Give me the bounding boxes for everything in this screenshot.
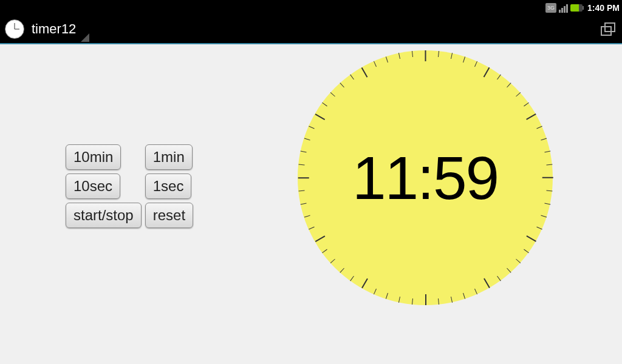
clock-tick	[451, 53, 453, 59]
clock-tick	[304, 138, 310, 141]
battery-icon	[570, 4, 583, 12]
clock-tick	[340, 268, 344, 272]
clock-tick	[309, 126, 315, 129]
clock-tick	[497, 276, 501, 281]
clock-tick	[309, 227, 315, 230]
one-min-button[interactable]: 1min	[145, 144, 193, 170]
clock-tick	[463, 293, 465, 299]
reset-button[interactable]: reset	[145, 203, 193, 228]
clock-tick	[507, 268, 511, 272]
clock-tick	[524, 103, 529, 107]
clock-tick	[322, 103, 327, 107]
clock-tick	[350, 75, 355, 80]
clock-tick	[541, 215, 547, 217]
ten-sec-button[interactable]: 10sec	[66, 174, 120, 199]
clock-tick	[301, 151, 307, 153]
clock-tick	[374, 288, 377, 294]
clock-tick	[474, 288, 477, 294]
main-content: 10min 1min 10sec 1sec start/stop reset 1…	[0, 44, 622, 364]
clock-tick	[301, 203, 307, 204]
ten-min-button[interactable]: 10min	[66, 144, 121, 170]
network-3g-icon: 3G	[545, 3, 556, 13]
status-time: 1:40 PM	[587, 3, 620, 13]
clock-tick	[484, 278, 490, 288]
one-sec-button[interactable]: 1sec	[145, 174, 192, 199]
clock-tick	[541, 138, 547, 141]
clock-tick	[386, 56, 388, 62]
clock-tick	[361, 67, 367, 77]
clock-tick	[516, 258, 521, 263]
clock-tick	[484, 67, 490, 77]
clock-tick	[374, 61, 377, 67]
clock-tick	[386, 293, 388, 299]
clock-app-icon	[5, 19, 24, 39]
app-bar: timer12	[0, 15, 622, 44]
clock-tick	[438, 298, 439, 305]
clock-tick	[299, 190, 305, 191]
clock-tick	[527, 235, 536, 241]
clock-tick	[398, 53, 400, 59]
clock-tick	[516, 92, 521, 96]
status-bar: 3G 1:40 PM	[0, 0, 622, 15]
start-stop-button[interactable]: start/stop	[66, 203, 142, 228]
clock-tick	[451, 297, 453, 303]
clock-tick	[546, 190, 552, 191]
clock-tick	[474, 61, 477, 67]
clock-tick	[315, 113, 325, 120]
clock-tick	[330, 258, 335, 263]
clock-face: 11:59	[298, 50, 553, 305]
clock-tick	[542, 177, 553, 178]
clock-tick	[527, 113, 536, 120]
signal-icon	[559, 3, 568, 13]
clock-tick	[330, 92, 335, 96]
clock-tick	[544, 203, 550, 204]
clock-tick	[412, 298, 413, 305]
clock-tick	[350, 276, 355, 281]
clock-tick	[299, 164, 305, 166]
clock-tick	[298, 177, 309, 178]
clock-tick	[425, 294, 426, 305]
clock-tick	[322, 249, 327, 253]
clock-tick	[524, 249, 529, 253]
clock-tick	[507, 83, 511, 88]
button-grid: 10min 1min 10sec 1sec start/stop reset	[66, 144, 193, 228]
dropdown-indicator-icon[interactable]	[81, 33, 89, 42]
clock-tick	[412, 51, 413, 57]
clock-tick	[497, 75, 501, 80]
clock-tick	[315, 235, 325, 241]
clock-tick	[536, 126, 542, 129]
window-resize-icon[interactable]	[600, 22, 617, 36]
clock-tick	[398, 297, 400, 303]
app-title[interactable]: timer12	[32, 21, 76, 37]
timer-display: 11:59	[352, 143, 498, 213]
clock-tick	[536, 227, 542, 230]
clock-container: 11:59	[298, 50, 553, 305]
clock-tick	[463, 56, 465, 62]
clock-tick	[361, 278, 367, 288]
clock-tick	[304, 215, 310, 217]
clock-tick	[544, 151, 550, 153]
clock-tick	[340, 83, 344, 88]
clock-tick	[438, 51, 439, 57]
clock-tick	[425, 50, 426, 61]
clock-tick	[546, 164, 552, 166]
